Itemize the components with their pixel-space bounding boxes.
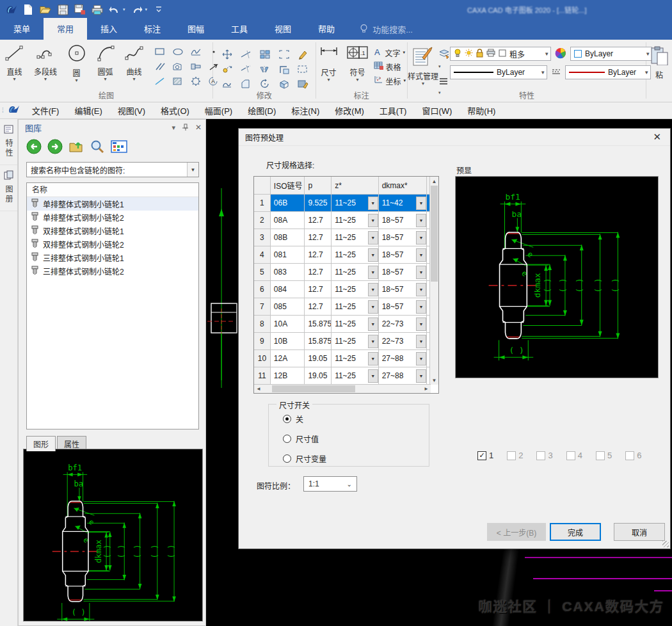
view-checkbox-4[interactable]: 4 [566, 451, 582, 460]
ribbon-tab-图幅[interactable]: 图幅 [174, 18, 218, 40]
table-cell[interactable]: 08B [271, 229, 305, 246]
checkbox[interactable] [536, 451, 545, 460]
cell-dropdown-button[interactable]: ▼ [368, 369, 378, 383]
table-cell[interactable]: 084 [271, 281, 305, 298]
hscroll-thumb[interactable] [272, 385, 355, 392]
spec-table[interactable]: ISO链号pz*dkmax*d106B9.52511~25▼11~42▼6208… [253, 176, 439, 394]
resize-grip[interactable] [662, 541, 669, 547]
直线-button[interactable]: 直线▾ [0, 42, 29, 81]
list-item[interactable]: 单排整体式钢制小链轮1 [27, 197, 198, 211]
ribbon-tab-常用[interactable]: 常用 [44, 18, 87, 40]
table-row[interactable]: 810A15.87511~25▼22~73▼1 [254, 316, 438, 333]
table-cell[interactable]: 12.7 [305, 264, 332, 281]
文字-button[interactable]: A文字▾ [374, 46, 406, 59]
table-cell[interactable]: 19.05 [305, 350, 332, 367]
dock-tab-特性[interactable]: 特性 [0, 119, 17, 165]
paste-button[interactable]: 粘 [646, 42, 672, 80]
close-icon[interactable]: ✕ [195, 123, 202, 132]
bisector-icon[interactable] [152, 74, 168, 88]
table-row[interactable]: 408112.711~25▼18~57▼7 [254, 246, 438, 264]
row-number-cell[interactable]: 3 [254, 229, 271, 246]
row-number-cell[interactable]: 7 [254, 298, 271, 316]
ribbon-tab-视图[interactable]: 视图 [261, 18, 305, 40]
row-number-cell[interactable]: 1 [254, 195, 271, 212]
checkbox[interactable] [566, 451, 575, 460]
views-icon[interactable] [111, 140, 127, 155]
table-cell[interactable]: 11~25▼ [332, 298, 378, 316]
table-cell[interactable]: 12B [271, 367, 305, 385]
list-item[interactable]: 三排整体式钢制小链轮2 [27, 264, 198, 278]
linetype-combo[interactable]: ByLayer▼ [450, 65, 547, 79]
table-cell[interactable]: 12.7 [305, 281, 332, 298]
坐标-button[interactable]: 7,2坐标▾ [374, 74, 406, 87]
bolt-icon[interactable] [188, 60, 204, 74]
table-cell[interactable]: 11~25▼ [332, 264, 378, 281]
break-icon[interactable] [238, 62, 253, 76]
pin-icon[interactable] [182, 124, 189, 132]
table-cell[interactable]: 11~25▼ [332, 212, 378, 229]
dashed-rect-icon[interactable] [295, 62, 310, 76]
table-cell[interactable]: 12A [271, 350, 305, 367]
radio-button[interactable] [283, 435, 291, 443]
符号-button[interactable]: .1符号▾ [342, 42, 374, 82]
list-item[interactable]: 三排整体式钢制小链轮1 [27, 251, 198, 264]
row-number-cell[interactable]: 9 [254, 333, 271, 350]
cell-dropdown-button[interactable]: ▼ [368, 266, 378, 279]
cell-dropdown-button[interactable]: ▼ [416, 283, 426, 296]
array-icon[interactable] [257, 47, 273, 61]
menu-item-帮助[interactable]: 帮助(H) [460, 101, 503, 120]
row-number-cell[interactable]: 2 [254, 212, 271, 229]
scale-select[interactable]: 1:1 ⌄ [303, 476, 357, 492]
radio-button[interactable] [283, 454, 291, 463]
horizontal-scrollbar[interactable]: ◄ ► [254, 384, 431, 393]
cell-dropdown-button[interactable]: ▼ [416, 369, 426, 383]
undo-icon[interactable] [109, 4, 120, 15]
hatch-icon[interactable] [170, 74, 186, 88]
view-checkbox-2[interactable]: 2 [507, 451, 523, 460]
color-wheel-icon[interactable] [555, 47, 566, 61]
table-cell[interactable]: 11~25▼ [332, 246, 378, 264]
圆-button[interactable]: 圆▾ [62, 42, 91, 83]
table-cell[interactable]: 27~88▼ [379, 367, 427, 385]
cell-dropdown-button[interactable]: ▼ [416, 335, 426, 348]
table-cell[interactable]: 12.7 [305, 298, 332, 316]
layer-state-combo[interactable]: 粗多▼ [450, 47, 551, 61]
table-cell[interactable]: 10B [271, 333, 305, 350]
linewidth-combo[interactable]: ByLayer▼ [565, 65, 651, 79]
table-cell[interactable]: 12.7 [305, 229, 332, 246]
cancel-button[interactable]: 取消 [614, 523, 665, 541]
cell-dropdown-button[interactable]: ▼ [368, 352, 378, 365]
table-cell[interactable]: 11~25▼ [332, 316, 378, 333]
table-cell[interactable]: 085 [271, 298, 305, 316]
row-number-cell[interactable]: 4 [254, 246, 271, 264]
search-icon[interactable] [90, 139, 105, 156]
vertical-scrollbar[interactable]: ▲ ▼ [429, 177, 438, 385]
layers-icon[interactable]: ▾ [438, 49, 450, 70]
table-row[interactable]: 608412.711~25▼18~57▼7 [254, 281, 438, 298]
menubar-grip[interactable]: ⁞ [0, 107, 6, 114]
table-cell[interactable]: 11~25▼ [332, 367, 378, 385]
chevron-down-icon[interactable]: ▼ [187, 163, 198, 177]
尺寸-button[interactable]: 尺寸▾ [316, 42, 342, 82]
cell-dropdown-button[interactable]: ▼ [416, 317, 426, 331]
offset-icon[interactable] [220, 62, 235, 76]
new-file-icon[interactable] [22, 4, 34, 15]
checkbox[interactable] [625, 451, 634, 460]
radio-button[interactable] [283, 415, 291, 423]
table-cell[interactable]: 27~88▼ [379, 350, 427, 367]
table-cell[interactable]: 22~73▼ [379, 316, 427, 333]
view-checkbox-3[interactable]: 3 [536, 451, 552, 460]
vscroll-thumb[interactable] [431, 186, 438, 282]
radio-关[interactable]: 关 [283, 413, 429, 424]
rectangle-icon[interactable] [152, 45, 168, 59]
chamfer-icon[interactable] [238, 77, 253, 91]
cell-dropdown-button[interactable]: ▼ [368, 283, 378, 296]
finish-button[interactable]: 完成 [550, 523, 601, 541]
dock-tab-图册[interactable]: 图册 [0, 165, 17, 211]
table-cell[interactable]: 18~57▼ [379, 212, 427, 229]
menu-item-窗口[interactable]: 窗口(W) [414, 101, 460, 120]
function-search[interactable]: 功能搜索... [360, 23, 413, 35]
cell-dropdown-button[interactable]: ▼ [368, 248, 378, 262]
redo-icon[interactable] [131, 4, 143, 15]
contour-icon[interactable] [170, 60, 186, 74]
